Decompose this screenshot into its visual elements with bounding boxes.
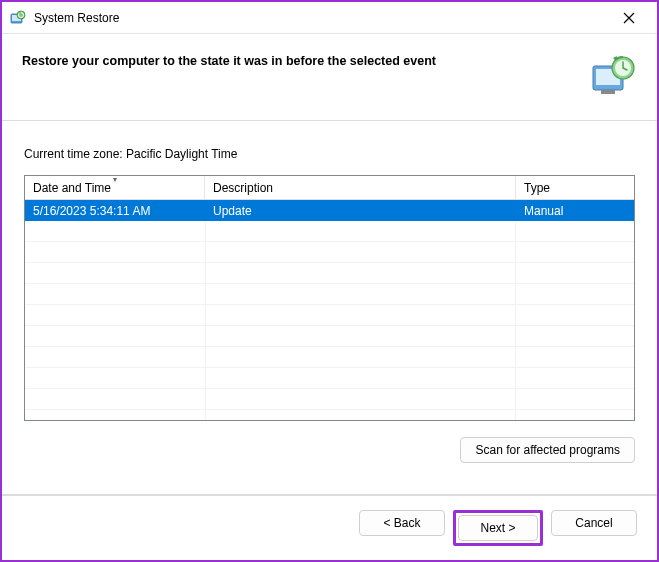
next-button-highlight: Next >: [453, 510, 543, 546]
cell-description: Update: [205, 202, 516, 220]
titlebar: System Restore: [2, 2, 657, 34]
content-area: Current time zone: Pacific Daylight Time…: [2, 121, 657, 494]
next-button[interactable]: Next >: [458, 515, 538, 541]
table-row[interactable]: 5/16/2023 5:34:11 AM Update Manual: [25, 200, 634, 221]
window-title: System Restore: [34, 11, 609, 25]
system-restore-icon: [10, 10, 26, 26]
table-body: 5/16/2023 5:34:11 AM Update Manual: [25, 200, 634, 420]
timezone-label: Current time zone: Pacific Daylight Time: [24, 147, 635, 161]
cell-type: Manual: [516, 202, 634, 220]
cell-datetime: 5/16/2023 5:34:11 AM: [25, 202, 205, 220]
system-restore-large-icon: [589, 52, 637, 100]
table-header: ▾ Date and Time Description Type: [25, 176, 634, 200]
page-title: Restore your computer to the state it wa…: [22, 52, 436, 68]
scan-row: Scan for affected programs: [24, 437, 635, 463]
svg-rect-5: [601, 90, 615, 94]
column-description[interactable]: Description: [205, 176, 516, 199]
wizard-footer: < Back Next > Cancel: [2, 495, 657, 560]
close-button[interactable]: [609, 4, 649, 32]
sort-descending-icon: ▾: [113, 175, 117, 184]
column-type[interactable]: Type: [516, 176, 634, 199]
restore-points-table: ▾ Date and Time Description Type 5/16/20…: [24, 175, 635, 421]
back-button[interactable]: < Back: [359, 510, 445, 536]
scan-affected-programs-button[interactable]: Scan for affected programs: [460, 437, 635, 463]
column-date-time[interactable]: ▾ Date and Time: [25, 176, 205, 199]
cancel-button[interactable]: Cancel: [551, 510, 637, 536]
wizard-header: Restore your computer to the state it wa…: [2, 34, 657, 120]
